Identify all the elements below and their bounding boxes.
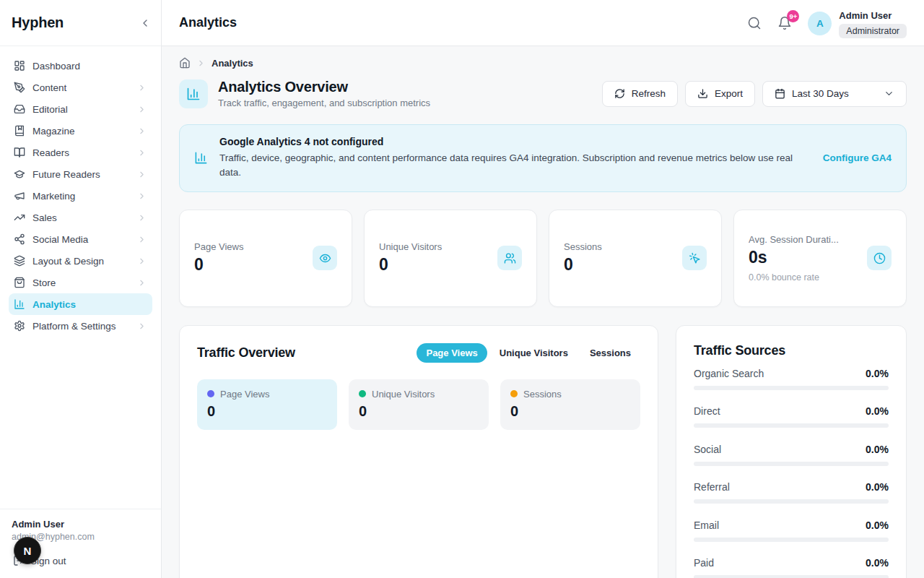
sidebar-item-sales[interactable]: Sales (9, 207, 152, 228)
page-header-title: Analytics Overview (218, 79, 430, 95)
sidebar-item-label: Layout & Design (32, 256, 130, 267)
refresh-icon (614, 88, 625, 99)
chip-page-views[interactable]: Page Views 0 (197, 379, 337, 430)
sidebar-item-analytics[interactable]: Analytics (9, 293, 152, 315)
chevron-right-icon (137, 83, 147, 92)
user-meta: Admin User Administrator (839, 8, 907, 38)
nextjs-dev-badge[interactable]: N (14, 537, 41, 564)
traffic-metric-chips: Page Views 0 Unique Visitors 0 (197, 379, 640, 430)
traffic-sources-list: Organic Search0.0% Direct0.0% Social0.0%… (694, 368, 889, 578)
sidebar-item-layout-design[interactable]: Layout & Design (9, 250, 152, 272)
source-progress-bar (694, 575, 889, 578)
home-icon (179, 57, 191, 69)
tab-sessions[interactable]: Sessions (580, 343, 640, 363)
chevron-right-icon (137, 256, 147, 266)
stat-iconbox (497, 246, 522, 270)
source-label: Direct (694, 405, 720, 417)
stat-value: 0 (194, 255, 313, 275)
sidebar-item-platform-settings[interactable]: Platform & Settings (9, 315, 152, 337)
sidebar-item-label: Content (32, 82, 130, 93)
sidebar-item-store[interactable]: Store (9, 272, 152, 293)
sidebar-item-marketing[interactable]: Marketing (9, 185, 152, 207)
stat-value: 0s (749, 248, 867, 267)
chevron-right-icon (137, 235, 147, 244)
source-label: Organic Search (694, 368, 764, 379)
gear-icon (14, 320, 25, 332)
chevron-right-icon (137, 278, 147, 288)
traffic-overview-header: Traffic Overview Page Views Unique Visit… (197, 343, 640, 363)
stat-label: Sessions (564, 241, 682, 252)
source-row-paid: Paid0.0% (694, 557, 889, 578)
sidebar-item-label: Store (32, 277, 130, 288)
share-icon (14, 233, 25, 245)
chip-sessions[interactable]: Sessions 0 (500, 379, 640, 430)
eye-icon (319, 252, 331, 264)
source-row-referral: Referral0.0% (694, 481, 889, 504)
sidebar-item-label: Magazine (32, 126, 130, 137)
chip-unique-visitors[interactable]: Unique Visitors 0 (349, 379, 489, 430)
notifications-button[interactable]: 9+ (777, 16, 792, 30)
traffic-sources-panel: Traffic Sources Organic Search0.0% Direc… (676, 325, 907, 578)
search-button[interactable] (747, 16, 762, 30)
sidebar-item-label: Platform & Settings (32, 321, 130, 332)
source-progress-bar (694, 499, 889, 504)
sidebar-item-editorial[interactable]: Editorial (9, 98, 152, 120)
calendar-icon (775, 88, 785, 99)
source-value: 0.0% (866, 557, 889, 569)
stat-subtext: 0.0% bounce rate (749, 272, 867, 282)
export-button[interactable]: Export (685, 81, 755, 107)
sidebar-footer: Admin User admin@hyphen.com Sign out N (0, 509, 161, 578)
stat-info: Unique Visitors 0 (379, 241, 497, 275)
tab-page-views[interactable]: Page Views (417, 343, 487, 363)
sidebar-item-future-readers[interactable]: Future Readers (9, 163, 152, 185)
source-row-direct: Direct0.0% (694, 405, 889, 428)
chevron-right-icon (137, 126, 147, 136)
sidebar-item-label: Social Media (32, 234, 130, 245)
bar-chart-icon (194, 151, 208, 165)
dashboard-icon (14, 60, 25, 72)
bar-chart-icon (186, 87, 201, 101)
chip-value: 0 (359, 403, 479, 420)
sidebar-collapse-button[interactable] (139, 17, 151, 29)
sidebar-item-label: Sales (32, 212, 130, 223)
source-value: 0.0% (866, 444, 889, 455)
page-header: Analytics Overview Track traffic, engage… (179, 79, 907, 108)
chip-label: Page Views (220, 389, 269, 400)
content: Analytics Analytics Overview Track traff… (162, 46, 924, 578)
sidebar-item-content[interactable]: Content (9, 77, 152, 98)
stat-card-page-views: Page Views 0 (179, 210, 352, 307)
traffic-overview-title: Traffic Overview (197, 345, 295, 361)
source-value: 0.0% (866, 481, 889, 493)
sidebar-item-social-media[interactable]: Social Media (9, 228, 152, 250)
source-progress-bar (694, 462, 889, 466)
sidebar-item-readers[interactable]: Readers (9, 142, 152, 163)
sidebar-item-label: Marketing (32, 191, 130, 202)
source-progress-bar (694, 386, 889, 390)
chevron-right-icon (137, 213, 147, 223)
user-menu[interactable]: A Admin User Administrator (808, 8, 907, 38)
configure-ga4-link[interactable]: Configure GA4 (823, 152, 892, 163)
user-role-badge: Administrator (839, 24, 907, 38)
breadcrumb-current: Analytics (212, 58, 253, 69)
chevron-left-icon (139, 17, 151, 29)
sidebar-item-magazine[interactable]: Magazine (9, 120, 152, 142)
shopping-bag-icon (14, 277, 25, 288)
chevron-right-icon (137, 105, 147, 114)
breadcrumb-home-link[interactable] (179, 57, 191, 69)
chevron-right-icon (137, 191, 147, 201)
refresh-button[interactable]: Refresh (602, 81, 678, 107)
sidebar-item-label: Editorial (32, 104, 130, 115)
source-row-email: Email0.0% (694, 519, 889, 542)
book-open-icon (14, 147, 25, 158)
sidebar-item-label: Readers (32, 147, 130, 158)
stat-label: Page Views (194, 241, 313, 252)
sidebar-item-dashboard[interactable]: Dashboard (9, 55, 152, 77)
tab-unique-visitors[interactable]: Unique Visitors (490, 343, 578, 363)
source-progress-bar (694, 538, 889, 542)
stat-info: Page Views 0 (194, 241, 313, 275)
date-range-dropdown[interactable]: Last 30 Days (762, 81, 907, 107)
source-row-organic-search: Organic Search0.0% (694, 368, 889, 390)
user-name: Admin User (839, 10, 892, 21)
footer-user-name: Admin User (12, 519, 149, 530)
stat-iconbox (867, 246, 892, 270)
